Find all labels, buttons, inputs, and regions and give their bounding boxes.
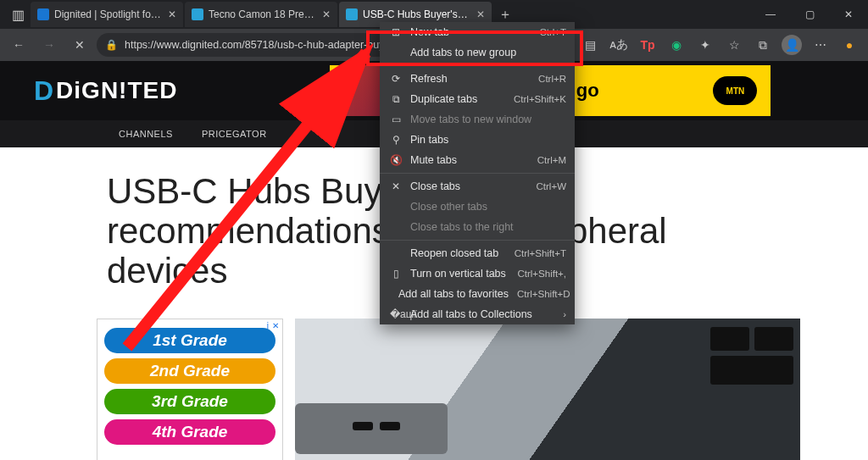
menu-item[interactable]: Reopen closed tabCtrl+Shift+T: [380, 243, 575, 263]
grade-2-pill[interactable]: 2nd Grade: [104, 358, 275, 384]
favorites-icon[interactable]: ☆: [721, 32, 748, 58]
tab-label: Dignited | Spotlight for African T: [54, 8, 161, 20]
menu-item[interactable]: ⟳RefreshCtrl+R: [380, 69, 575, 89]
menu-item[interactable]: ⚲Pin tabs: [380, 130, 575, 150]
browser-tab-1[interactable]: Dignited | Spotlight for African T ✕: [31, 2, 183, 27]
ad-close-icon[interactable]: ✕: [272, 321, 279, 330]
menu-separator: [380, 65, 575, 66]
reader-icon[interactable]: ▤: [576, 32, 604, 58]
menu-item-label: Close tabs to the right: [410, 221, 558, 233]
menu-item[interactable]: Add tabs to new group: [380, 42, 575, 63]
menu-item-icon: ⧉: [390, 93, 402, 105]
tab-label: USB-C Hubs Buyer's guide: Our t: [363, 8, 470, 20]
keyboard-key-icon: [710, 356, 793, 385]
tab-context-menu: ⊞New tabCtrl+TAdd tabs to new group⟳Refr…: [380, 22, 575, 324]
grade-3-pill[interactable]: 3rd Grade: [104, 389, 275, 414]
menu-item: Close tabs to the right: [380, 217, 575, 237]
menu-item-icon: ▯: [390, 268, 402, 280]
menu-item-icon: ⊞: [390, 26, 402, 38]
forward-button[interactable]: →: [36, 32, 63, 58]
sync-indicator-icon[interactable]: ●: [836, 32, 863, 58]
close-icon[interactable]: ✕: [320, 8, 332, 20]
menu-item-icon: ✕: [390, 180, 402, 192]
usb-hub-icon: [295, 403, 448, 454]
menu-item-label: Move tabs to new window: [410, 114, 558, 125]
tab-label: Tecno Camon 18 Premier Releas: [209, 8, 315, 20]
menu-item[interactable]: ✕Close tabsCtrl+W: [380, 176, 575, 197]
menu-item-icon: ▭: [390, 114, 402, 125]
favicon-icon: [192, 8, 203, 20]
ad-info-icon[interactable]: i: [267, 321, 269, 330]
menu-item[interactable]: Add all tabs to favoritesCtrl+Shift+D: [380, 284, 575, 304]
menu-separator: [380, 240, 575, 241]
sidebar-ad[interactable]: i ✕ 1st Grade 2nd Grade 3rd Grade 4th Gr…: [97, 319, 283, 460]
article-hero-image: [295, 319, 800, 460]
menu-item-shortcut: Ctrl+W: [537, 181, 566, 191]
ad-controls: i ✕: [267, 321, 279, 330]
menu-item-shortcut: Ctrl+Shift+D: [517, 289, 570, 299]
keyboard-key-icon: [754, 327, 793, 351]
menu-item-label: Mute tabs: [410, 154, 529, 166]
url-text: https://www.dignited.com/85718/usb-c-hub…: [125, 39, 399, 51]
profile-avatar[interactable]: 👤: [778, 32, 805, 58]
browser-tab-2[interactable]: Tecno Camon 18 Premier Releas ✕: [185, 2, 337, 27]
menu-item-shortcut: Ctrl+Shift+K: [514, 94, 566, 104]
menu-item[interactable]: �аціїAdd all tabs to Collections›: [380, 304, 575, 324]
ext-grammarly-icon[interactable]: ◉: [663, 32, 690, 58]
menu-item-shortcut: Ctrl+Shift+T: [515, 248, 566, 258]
menu-item-label: Close tabs: [410, 180, 528, 192]
menu-item-icon: �ації: [390, 308, 402, 320]
menu-item-label: Add all tabs to favorites: [398, 288, 509, 300]
logo-mark-icon: D: [34, 75, 54, 107]
menu-item-icon: ⚲: [390, 134, 402, 146]
logo-text: DiGN!TED: [56, 77, 177, 104]
menu-item-label: Close other tabs: [410, 201, 558, 213]
menu-item-label: Turn on vertical tabs: [410, 268, 509, 280]
minimize-button[interactable]: —: [751, 0, 790, 29]
stop-reload-button[interactable]: ✕: [66, 32, 93, 58]
maximize-button[interactable]: ▢: [790, 0, 829, 29]
close-icon[interactable]: ✕: [475, 8, 487, 20]
ext-tp-icon[interactable]: Tp: [634, 32, 661, 58]
menu-item: Close other tabs: [380, 197, 575, 217]
back-button[interactable]: ←: [5, 32, 32, 58]
keyboard-key-icon: [710, 327, 749, 351]
translate-icon[interactable]: ᴀあ: [605, 32, 632, 58]
nav-pricegator[interactable]: PRICEGATOR: [202, 129, 267, 139]
toolbar-extensions: ▤ ᴀあ Tp ◉ ✦ ☆ ⧉ 👤 ⋯ ●: [576, 32, 863, 58]
collections-icon[interactable]: ⧉: [749, 32, 776, 58]
grade-1-pill[interactable]: 1st Grade: [104, 328, 275, 353]
menu-item-shortcut: Ctrl+Shift+,: [517, 269, 566, 279]
menu-separator: [380, 173, 575, 174]
menu-item-label: Add tabs to new group: [410, 47, 558, 58]
menu-item-icon: 🔇: [390, 154, 402, 166]
site-logo[interactable]: D DiGN!TED: [34, 75, 177, 107]
tabstrip: ▥ Dignited | Spotlight for African T ✕ T…: [0, 0, 751, 29]
favicon-icon: [346, 8, 358, 20]
menu-item-label: New tab: [410, 26, 531, 38]
menu-item[interactable]: ⧉Duplicate tabsCtrl+Shift+K: [380, 89, 575, 109]
close-window-button[interactable]: ✕: [829, 0, 868, 29]
window-controls: — ▢ ✕: [751, 0, 868, 29]
tab-actions-button[interactable]: ▥: [5, 2, 31, 27]
favicon-icon: [37, 8, 49, 20]
menu-item-shortcut: ›: [563, 309, 566, 319]
menu-item-label: Add all tabs to Collections: [410, 308, 554, 320]
menu-item-shortcut: Ctrl+R: [538, 74, 566, 84]
menu-item-label: Reopen closed tab: [410, 247, 506, 259]
menu-item-label: Duplicate tabs: [410, 93, 505, 105]
menu-item[interactable]: 🔇Mute tabsCtrl+M: [380, 150, 575, 170]
menu-button[interactable]: ⋯: [807, 32, 834, 58]
menu-item[interactable]: ▯Turn on vertical tabsCtrl+Shift+,: [380, 263, 575, 284]
menu-item-shortcut: Ctrl+M: [537, 155, 566, 165]
lock-icon: 🔒: [105, 39, 118, 51]
menu-item[interactable]: ⊞New tabCtrl+T: [380, 22, 575, 42]
close-icon[interactable]: ✕: [166, 8, 178, 20]
menu-item-shortcut: Ctrl+T: [539, 27, 566, 37]
grade-4-pill[interactable]: 4th Grade: [104, 419, 275, 445]
menu-item-icon: ⟳: [390, 73, 402, 85]
nav-channels[interactable]: CHANNELS: [119, 129, 173, 139]
extensions-icon[interactable]: ✦: [692, 32, 719, 58]
ad-brand-badge: MTN: [713, 76, 757, 105]
menu-item: ▭Move tabs to new window: [380, 109, 575, 130]
